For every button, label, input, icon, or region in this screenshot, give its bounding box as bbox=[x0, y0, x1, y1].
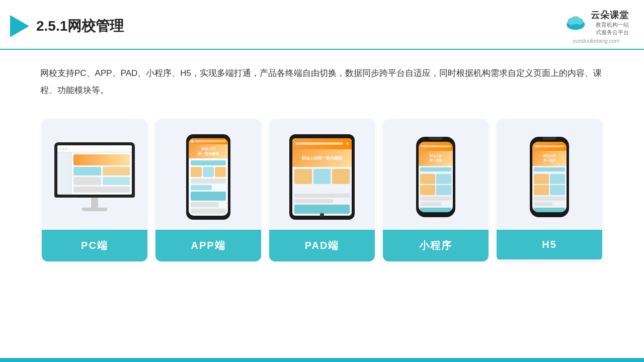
card-miniprogram: 职达人的第一堂课 bbox=[383, 119, 489, 261]
bottom-bar bbox=[0, 358, 644, 362]
pc-mockup bbox=[52, 142, 137, 211]
card-h5: 职达人的第一堂课 bbox=[497, 119, 602, 261]
logo-area: 云朵课堂 教育机构一站式服务云平台 yunduoketang.com bbox=[564, 9, 629, 44]
cards-container: PC端 职达人的第一堂兴趣课 bbox=[0, 104, 644, 277]
app-phone-mockup: 职达人的第一堂兴趣课 bbox=[186, 134, 230, 220]
small-phone-notch bbox=[429, 137, 443, 140]
card-app-image: 职达人的第一堂兴趣课 bbox=[155, 119, 261, 230]
cloud-icon bbox=[564, 15, 588, 31]
card-h5-label: H5 bbox=[497, 230, 602, 259]
h5-phone-notch bbox=[542, 137, 556, 140]
phone-notch bbox=[201, 134, 216, 138]
h5-phone-mockup: 职达人的第一堂课 bbox=[530, 137, 569, 217]
logo-text: 云朵课堂 教育机构一站式服务云平台 bbox=[591, 9, 629, 37]
card-pc-label: PC端 bbox=[42, 230, 147, 261]
description-text: 网校支持PC、APP、PAD、小程序、H5，实现多端打通，产品各终端自由切换，数… bbox=[0, 50, 644, 104]
card-pad-label: PAD端 bbox=[269, 230, 375, 261]
card-h5-image: 职达人的第一堂课 bbox=[497, 119, 602, 230]
logo-name: 云朵课堂 bbox=[591, 9, 629, 21]
logo-url: yunduoketang.com bbox=[573, 38, 620, 44]
page-header: 2.5.1网校管理 云朵课堂 教育机构一站式服务云平台 yunduoketang… bbox=[0, 0, 644, 50]
card-app-label: APP端 bbox=[155, 230, 261, 261]
description-paragraph: 网校支持PC、APP、PAD、小程序、H5，实现多端打通，产品各终端自由切换，数… bbox=[40, 65, 604, 99]
card-pc-image bbox=[42, 119, 147, 230]
card-miniprogram-label: 小程序 bbox=[383, 230, 489, 261]
svg-point-6 bbox=[576, 19, 583, 25]
pad-tablet-mockup: 职达人的第一堂兴趣课 bbox=[289, 134, 355, 220]
card-app: 职达人的第一堂兴趣课 bbox=[155, 119, 261, 261]
logo-tagline: 教育机构一站式服务云平台 bbox=[591, 21, 629, 37]
logo-cloud: 云朵课堂 教育机构一站式服务云平台 bbox=[564, 9, 629, 37]
card-pc: PC端 bbox=[42, 119, 147, 261]
miniprogram-phone-mockup: 职达人的第一堂课 bbox=[416, 137, 455, 217]
card-miniprogram-image: 职达人的第一堂课 bbox=[383, 119, 489, 230]
card-pad: 职达人的第一堂兴趣课 bbox=[269, 119, 375, 261]
play-icon bbox=[10, 15, 29, 37]
page-title: 2.5.1网校管理 bbox=[36, 17, 124, 36]
card-pad-image: 职达人的第一堂兴趣课 bbox=[269, 119, 375, 230]
header-left: 2.5.1网校管理 bbox=[10, 15, 124, 37]
